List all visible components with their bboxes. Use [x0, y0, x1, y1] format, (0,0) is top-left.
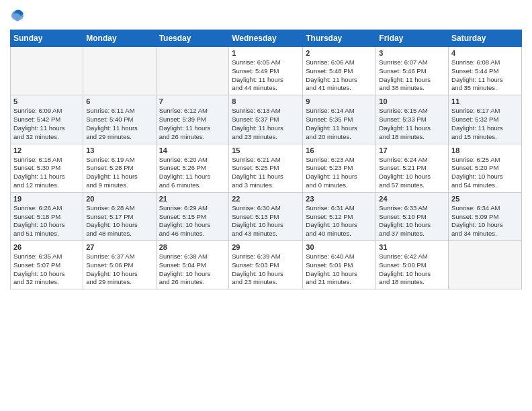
- calendar-day: 31Sunrise: 6:42 AM Sunset: 5:00 PM Dayli…: [376, 241, 449, 289]
- calendar-day: [449, 241, 522, 289]
- calendar-day: 27Sunrise: 6:37 AM Sunset: 5:06 PM Dayli…: [83, 241, 156, 289]
- day-info: Sunrise: 6:33 AM Sunset: 5:10 PM Dayligh…: [379, 204, 445, 238]
- weekday-header-saturday: Saturday: [449, 30, 522, 47]
- day-info: Sunrise: 6:11 AM Sunset: 5:40 PM Dayligh…: [86, 107, 152, 141]
- day-info: Sunrise: 6:19 AM Sunset: 5:28 PM Dayligh…: [86, 156, 152, 190]
- day-number: 5: [13, 97, 80, 105]
- page: SundayMondayTuesdayWednesdayThursdayFrid…: [0, 0, 532, 411]
- calendar-day: 26Sunrise: 6:35 AM Sunset: 5:07 PM Dayli…: [11, 241, 83, 289]
- calendar-day: 5Sunrise: 6:09 AM Sunset: 5:42 PM Daylig…: [11, 95, 83, 144]
- day-number: 20: [86, 195, 152, 203]
- calendar-day: 4Sunrise: 6:08 AM Sunset: 5:44 PM Daylig…: [449, 47, 522, 95]
- day-number: 27: [86, 243, 152, 251]
- day-info: Sunrise: 6:39 AM Sunset: 5:03 PM Dayligh…: [232, 253, 300, 287]
- day-info: Sunrise: 6:12 AM Sunset: 5:39 PM Dayligh…: [159, 107, 226, 141]
- calendar-day: 29Sunrise: 6:39 AM Sunset: 5:03 PM Dayli…: [229, 241, 303, 289]
- day-number: 31: [379, 243, 445, 251]
- calendar-day: 8Sunrise: 6:13 AM Sunset: 5:37 PM Daylig…: [229, 95, 303, 144]
- calendar-day: 18Sunrise: 6:25 AM Sunset: 5:20 PM Dayli…: [449, 144, 522, 192]
- day-number: 1: [232, 49, 300, 57]
- weekday-header-thursday: Thursday: [303, 30, 376, 47]
- day-number: 8: [232, 97, 300, 105]
- calendar-week-4: 19Sunrise: 6:26 AM Sunset: 5:18 PM Dayli…: [11, 192, 522, 240]
- day-number: 30: [306, 243, 373, 251]
- day-info: Sunrise: 6:35 AM Sunset: 5:07 PM Dayligh…: [13, 253, 80, 287]
- day-info: Sunrise: 6:23 AM Sunset: 5:23 PM Dayligh…: [306, 156, 373, 190]
- calendar-day: 15Sunrise: 6:21 AM Sunset: 5:25 PM Dayli…: [229, 144, 303, 192]
- day-info: Sunrise: 6:26 AM Sunset: 5:18 PM Dayligh…: [13, 204, 80, 238]
- calendar-day: 23Sunrise: 6:31 AM Sunset: 5:12 PM Dayli…: [303, 192, 376, 240]
- day-number: 6: [86, 97, 152, 105]
- day-number: 17: [379, 146, 445, 154]
- calendar-day: 16Sunrise: 6:23 AM Sunset: 5:23 PM Dayli…: [303, 144, 376, 192]
- day-info: Sunrise: 6:05 AM Sunset: 5:49 PM Dayligh…: [232, 58, 300, 93]
- day-number: 9: [306, 97, 373, 105]
- day-number: 24: [379, 195, 445, 203]
- calendar-day: 12Sunrise: 6:18 AM Sunset: 5:30 PM Dayli…: [11, 144, 83, 192]
- calendar-week-5: 26Sunrise: 6:35 AM Sunset: 5:07 PM Dayli…: [11, 241, 522, 289]
- weekday-header-row: SundayMondayTuesdayWednesdayThursdayFrid…: [11, 30, 522, 47]
- calendar-day: 2Sunrise: 6:06 AM Sunset: 5:48 PM Daylig…: [303, 47, 376, 95]
- day-info: Sunrise: 6:24 AM Sunset: 5:21 PM Dayligh…: [379, 156, 445, 190]
- day-number: 11: [451, 97, 519, 105]
- day-number: 21: [159, 195, 226, 203]
- calendar-table: SundayMondayTuesdayWednesdayThursdayFrid…: [10, 30, 522, 289]
- day-info: Sunrise: 6:28 AM Sunset: 5:17 PM Dayligh…: [86, 204, 152, 238]
- day-info: Sunrise: 6:30 AM Sunset: 5:13 PM Dayligh…: [232, 204, 300, 238]
- day-number: 23: [306, 195, 373, 203]
- calendar-day: [156, 47, 229, 95]
- calendar-day: 7Sunrise: 6:12 AM Sunset: 5:39 PM Daylig…: [156, 95, 229, 144]
- calendar-week-1: 1Sunrise: 6:05 AM Sunset: 5:49 PM Daylig…: [11, 47, 522, 95]
- day-number: 4: [451, 49, 519, 57]
- weekday-header-tuesday: Tuesday: [156, 30, 229, 47]
- day-info: Sunrise: 6:06 AM Sunset: 5:48 PM Dayligh…: [306, 58, 373, 93]
- logo: [10, 7, 28, 24]
- day-info: Sunrise: 6:13 AM Sunset: 5:37 PM Dayligh…: [232, 107, 300, 141]
- day-info: Sunrise: 6:29 AM Sunset: 5:15 PM Dayligh…: [159, 204, 226, 238]
- day-number: 13: [86, 146, 152, 154]
- calendar-day: 10Sunrise: 6:15 AM Sunset: 5:33 PM Dayli…: [376, 95, 449, 144]
- day-info: Sunrise: 6:07 AM Sunset: 5:46 PM Dayligh…: [379, 58, 445, 93]
- weekday-header-sunday: Sunday: [11, 30, 83, 47]
- day-info: Sunrise: 6:21 AM Sunset: 5:25 PM Dayligh…: [232, 156, 300, 190]
- day-info: Sunrise: 6:20 AM Sunset: 5:26 PM Dayligh…: [159, 156, 226, 190]
- day-number: 16: [306, 146, 373, 154]
- day-number: 29: [232, 243, 300, 251]
- weekday-header-wednesday: Wednesday: [229, 30, 303, 47]
- day-number: 18: [451, 146, 519, 154]
- calendar-day: 3Sunrise: 6:07 AM Sunset: 5:46 PM Daylig…: [376, 47, 449, 95]
- day-number: 3: [379, 49, 445, 57]
- calendar-day: 9Sunrise: 6:14 AM Sunset: 5:35 PM Daylig…: [303, 95, 376, 144]
- day-info: Sunrise: 6:17 AM Sunset: 5:32 PM Dayligh…: [451, 107, 519, 141]
- calendar-day: 14Sunrise: 6:20 AM Sunset: 5:26 PM Dayli…: [156, 144, 229, 192]
- calendar-day: 20Sunrise: 6:28 AM Sunset: 5:17 PM Dayli…: [83, 192, 156, 240]
- calendar-day: 22Sunrise: 6:30 AM Sunset: 5:13 PM Dayli…: [229, 192, 303, 240]
- calendar-day: 25Sunrise: 6:34 AM Sunset: 5:09 PM Dayli…: [449, 192, 522, 240]
- calendar-day: 1Sunrise: 6:05 AM Sunset: 5:49 PM Daylig…: [229, 47, 303, 95]
- weekday-header-monday: Monday: [83, 30, 156, 47]
- calendar-day: 21Sunrise: 6:29 AM Sunset: 5:15 PM Dayli…: [156, 192, 229, 240]
- day-info: Sunrise: 6:37 AM Sunset: 5:06 PM Dayligh…: [86, 253, 152, 287]
- day-info: Sunrise: 6:18 AM Sunset: 5:30 PM Dayligh…: [13, 156, 80, 190]
- calendar-day: 28Sunrise: 6:38 AM Sunset: 5:04 PM Dayli…: [156, 241, 229, 289]
- day-info: Sunrise: 6:40 AM Sunset: 5:01 PM Dayligh…: [306, 253, 373, 287]
- day-number: 2: [306, 49, 373, 57]
- day-info: Sunrise: 6:08 AM Sunset: 5:44 PM Dayligh…: [451, 58, 519, 93]
- calendar-day: [11, 47, 83, 95]
- day-number: 12: [13, 146, 80, 154]
- calendar-day: 6Sunrise: 6:11 AM Sunset: 5:40 PM Daylig…: [83, 95, 156, 144]
- calendar-week-3: 12Sunrise: 6:18 AM Sunset: 5:30 PM Dayli…: [11, 144, 522, 192]
- day-info: Sunrise: 6:09 AM Sunset: 5:42 PM Dayligh…: [13, 107, 80, 141]
- day-info: Sunrise: 6:14 AM Sunset: 5:35 PM Dayligh…: [306, 107, 373, 141]
- day-number: 26: [13, 243, 80, 251]
- weekday-header-friday: Friday: [376, 30, 449, 47]
- day-number: 7: [159, 97, 226, 105]
- calendar-week-2: 5Sunrise: 6:09 AM Sunset: 5:42 PM Daylig…: [11, 95, 522, 144]
- day-number: 10: [379, 97, 445, 105]
- calendar-day: [83, 47, 156, 95]
- day-info: Sunrise: 6:38 AM Sunset: 5:04 PM Dayligh…: [159, 253, 226, 287]
- logo-icon: [10, 7, 25, 21]
- day-number: 28: [159, 243, 226, 251]
- calendar-day: 30Sunrise: 6:40 AM Sunset: 5:01 PM Dayli…: [303, 241, 376, 289]
- day-number: 19: [13, 195, 80, 203]
